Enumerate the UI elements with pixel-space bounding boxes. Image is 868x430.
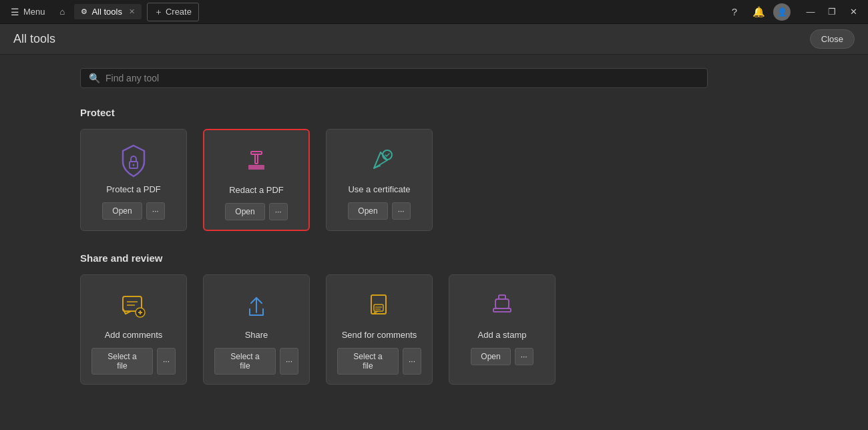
search-box: 🔍	[80, 68, 708, 88]
svg-rect-18	[493, 308, 511, 312]
send-comments-icon	[362, 288, 397, 323]
menu-label: Menu	[23, 7, 45, 17]
share-review-section: Share and review Add comment	[80, 252, 788, 385]
send-comments-select[interactable]: Select a file	[337, 348, 399, 375]
add-stamp-more[interactable]: ···	[515, 348, 533, 365]
add-comments-actions: Select a file ···	[91, 348, 176, 375]
protect-pdf-icon	[116, 143, 151, 178]
add-stamp-label: Add a stamp	[478, 330, 527, 340]
minimize-button[interactable]: —	[801, 3, 820, 21]
create-button[interactable]: ＋ Create	[147, 3, 199, 21]
top-bar-right: ? 🔔 👤 — ❐ ✕	[725, 3, 863, 21]
protect-pdf-more[interactable]: ···	[146, 202, 165, 220]
redact-pdf-more[interactable]: ···	[269, 203, 288, 220]
tools-tab-label: All tools	[91, 7, 122, 17]
certificate-open[interactable]: Open	[348, 202, 387, 220]
share-review-section-title: Share and review	[80, 252, 788, 264]
notifications-icon[interactable]: 🔔	[749, 3, 768, 21]
redact-pdf-card[interactable]: Redact a PDF Open ···	[203, 129, 310, 231]
create-label: Create	[166, 7, 192, 17]
certificate-more[interactable]: ···	[392, 202, 411, 220]
menu-button[interactable]: ☰ Menu	[5, 4, 51, 20]
top-bar: ☰ Menu ⌂ ⚙ All tools ✕ ＋ Create ? 🔔 👤 — …	[0, 0, 868, 24]
hamburger-icon: ☰	[11, 7, 19, 17]
redact-pdf-open[interactable]: Open	[225, 203, 264, 220]
plus-icon: ＋	[154, 6, 163, 18]
main-content: 🔍 Protect Protect a PDF Open	[0, 55, 868, 430]
redact-pdf-label: Redact a PDF	[229, 185, 284, 195]
tools-tab-close[interactable]: ✕	[129, 7, 135, 16]
help-icon[interactable]: ?	[725, 3, 744, 21]
certificate-icon	[362, 143, 397, 178]
add-comments-select[interactable]: Select a file	[91, 348, 153, 375]
share-icon	[239, 288, 274, 323]
share-card[interactable]: Share Select a file ···	[203, 274, 310, 385]
send-comments-actions: Select a file ···	[337, 348, 421, 375]
page-header: All tools Close	[0, 24, 868, 55]
search-icon: 🔍	[89, 73, 100, 83]
maximize-button[interactable]: ❐	[823, 3, 841, 21]
protect-pdf-open[interactable]: Open	[102, 202, 142, 220]
send-comments-label: Send for comments	[342, 330, 417, 340]
svg-rect-13	[374, 304, 383, 311]
add-stamp-actions: Open ···	[471, 348, 533, 365]
share-select[interactable]: Select a file	[214, 348, 276, 375]
close-page-button[interactable]: Close	[810, 29, 855, 49]
home-icon: ⌂	[60, 7, 65, 17]
certificate-card[interactable]: Use a certificate Open ···	[326, 129, 433, 231]
tools-tab-icon: ⚙	[81, 7, 87, 16]
svg-rect-3	[255, 154, 258, 164]
add-stamp-open[interactable]: Open	[471, 348, 510, 365]
home-tab[interactable]: ⌂	[53, 4, 72, 19]
redact-pdf-icon	[239, 144, 274, 178]
svg-rect-17	[499, 295, 505, 299]
add-comments-card[interactable]: Add comments Select a file ···	[80, 274, 187, 385]
svg-rect-4	[248, 165, 264, 170]
share-actions: Select a file ···	[214, 348, 298, 375]
tools-tab[interactable]: ⚙ All tools ✕	[74, 4, 142, 19]
add-comments-icon	[116, 288, 151, 323]
protect-pdf-label: Protect a PDF	[106, 184, 161, 194]
certificate-actions: Open ···	[348, 202, 410, 220]
avatar[interactable]: 👤	[773, 3, 791, 21]
window-controls: — ❐ ✕	[801, 3, 863, 21]
protect-section: Protect Protect a PDF Open ···	[80, 107, 788, 231]
add-stamp-icon	[485, 288, 519, 323]
close-window-button[interactable]: ✕	[844, 3, 863, 21]
page-title: All tools	[13, 32, 810, 46]
share-more[interactable]: ···	[280, 348, 298, 375]
protect-pdf-actions: Open ···	[102, 202, 164, 220]
svg-point-1	[133, 164, 135, 166]
add-comments-more[interactable]: ···	[157, 348, 176, 375]
send-comments-more[interactable]: ···	[403, 348, 421, 375]
protect-section-title: Protect	[80, 107, 788, 118]
search-container: 🔍	[80, 68, 788, 88]
send-comments-card[interactable]: Send for comments Select a file ···	[326, 274, 433, 385]
redact-pdf-actions: Open ···	[225, 203, 287, 220]
protect-pdf-card[interactable]: Protect a PDF Open ···	[80, 129, 187, 231]
certificate-label: Use a certificate	[348, 184, 410, 194]
protect-tools-row: Protect a PDF Open ··· Reda	[80, 129, 788, 231]
add-stamp-card[interactable]: Add a stamp Open ···	[449, 274, 556, 385]
share-review-tools-row: Add comments Select a file ··· Share	[80, 274, 788, 385]
search-input[interactable]	[105, 73, 699, 83]
share-label: Share	[245, 330, 268, 340]
svg-rect-16	[495, 299, 509, 308]
avatar-icon: 👤	[777, 7, 787, 17]
add-comments-label: Add comments	[105, 330, 163, 340]
